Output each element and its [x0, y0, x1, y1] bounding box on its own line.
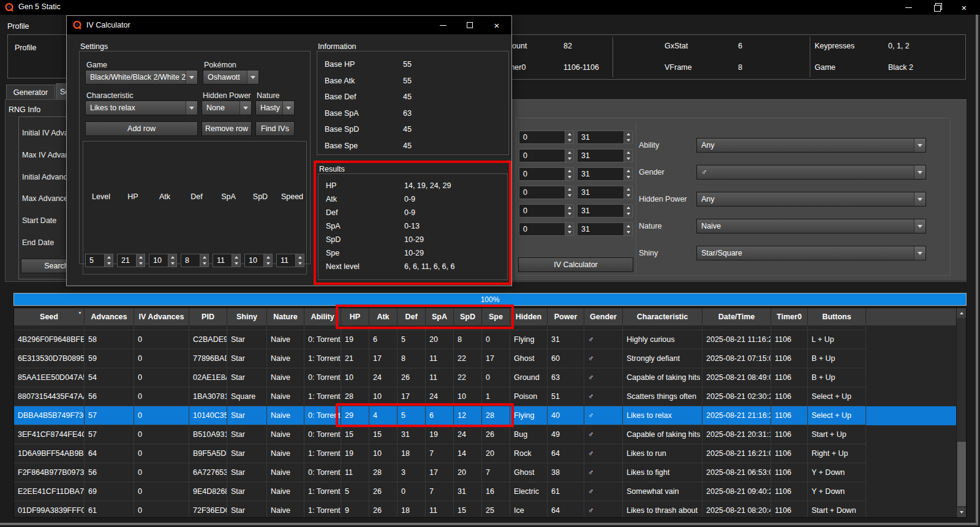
spin-down-icon[interactable]	[168, 260, 176, 267]
spin-up-icon[interactable]	[565, 205, 573, 211]
stat-spinbox[interactable]: 11	[276, 254, 304, 267]
iv-min-spinbox[interactable]: 0	[519, 204, 574, 218]
stat-spinbox[interactable]: 8	[181, 254, 209, 267]
column-header-nature[interactable]: Nature	[267, 308, 304, 325]
column-header-iv-advances[interactable]: IV Advances	[134, 308, 189, 325]
spin-up-icon[interactable]	[624, 131, 632, 137]
stat-spinbox[interactable]: 21	[117, 254, 145, 267]
column-header-pid[interactable]: PID	[189, 308, 227, 325]
table-row[interactable]: 6E313530D7B0895B59077896BADStarNaive1: T…	[14, 349, 966, 368]
spin-up-icon[interactable]	[264, 254, 272, 260]
spin-down-icon[interactable]	[624, 192, 632, 199]
dialog-close-button[interactable]: ×	[483, 16, 510, 34]
table-row[interactable]: DBBA4B5B749F730157010140C35StarNaive0: T…	[14, 406, 966, 425]
column-header-timer0[interactable]: Timer0	[771, 308, 808, 325]
column-header-ability[interactable]: Ability	[304, 308, 341, 325]
iv-min-spinbox[interactable]: 0	[519, 222, 574, 236]
spin-up-icon[interactable]	[105, 254, 113, 260]
spin-down-icon[interactable]	[565, 174, 573, 180]
shiny-dropdown[interactable]: Star/Square	[696, 246, 926, 260]
spin-down-icon[interactable]	[624, 174, 632, 180]
nature-dropdown[interactable]: Hasty	[255, 100, 295, 115]
stat-spinbox[interactable]: 11	[213, 254, 241, 267]
table-row[interactable]: 85AA1EE50D047A5754002AE1E8AStarNaive0: T…	[14, 368, 966, 387]
column-header-atk[interactable]: Atk	[369, 308, 398, 325]
iv-min-spinbox[interactable]: 0	[519, 149, 574, 162]
scrollbar-thumb[interactable]	[957, 442, 966, 506]
spin-up-icon[interactable]	[624, 150, 632, 156]
scroll-down-icon[interactable]	[957, 507, 967, 517]
spin-up-icon[interactable]	[624, 168, 632, 174]
nature-dropdown[interactable]: Naive	[696, 219, 926, 233]
scroll-up-icon[interactable]	[957, 308, 967, 318]
column-header-buttons[interactable]: Buttons	[808, 308, 866, 325]
column-header-power[interactable]: Power	[548, 308, 584, 325]
dialog-maximize-button[interactable]	[456, 16, 483, 34]
column-header-advances[interactable]: Advances	[85, 308, 134, 325]
stat-spinbox[interactable]: 5	[85, 254, 113, 267]
column-header-def[interactable]: Def	[398, 308, 426, 325]
column-header-spa[interactable]: SpA	[426, 308, 454, 325]
table-row[interactable]: 3EF41CF8744FE4C3570B510A931StarNaive0: T…	[14, 425, 966, 444]
column-header-shiny[interactable]: Shiny	[227, 308, 267, 325]
spin-up-icon[interactable]	[624, 205, 632, 211]
spin-down-icon[interactable]	[105, 260, 113, 267]
spin-up-icon[interactable]	[137, 254, 145, 260]
spin-up-icon[interactable]	[565, 186, 573, 192]
add-row-button[interactable]: Add row	[85, 121, 198, 136]
dialog-minimize-button[interactable]	[429, 16, 456, 34]
spin-up-icon[interactable]	[624, 186, 632, 192]
spin-down-icon[interactable]	[624, 156, 632, 162]
spin-up-icon[interactable]	[232, 254, 240, 260]
iv-min-spinbox[interactable]: 0	[519, 131, 574, 144]
spin-down-icon[interactable]	[296, 260, 304, 267]
table-row[interactable]: 4B296F0F9648BFE6580C2BADE9AStarNaive0: T…	[14, 330, 966, 349]
stat-spinbox[interactable]: 10	[149, 254, 177, 267]
column-header-gender[interactable]: Gender	[584, 308, 623, 325]
characteristic-dropdown[interactable]: Likes to relax	[85, 100, 198, 115]
spin-up-icon[interactable]	[200, 254, 208, 260]
column-header-hidden[interactable]: Hidden	[510, 308, 548, 325]
iv-max-spinbox[interactable]: 31	[577, 167, 633, 181]
spin-down-icon[interactable]	[264, 260, 272, 267]
game-dropdown[interactable]: Black/White/Black 2/White 2	[85, 70, 198, 85]
table-row[interactable]: 88073154435F47AA5601BA30781SquareNaive1:…	[14, 387, 966, 406]
vertical-scrollbar[interactable]	[956, 308, 966, 517]
iv-max-spinbox[interactable]: 31	[577, 186, 633, 199]
find-ivs-button[interactable]: Find IVs	[255, 121, 295, 136]
spin-up-icon[interactable]	[296, 254, 304, 260]
spin-down-icon[interactable]	[200, 260, 208, 267]
iv-max-spinbox[interactable]: 31	[577, 204, 633, 218]
iv-max-spinbox[interactable]: 31	[577, 149, 633, 162]
iv-max-spinbox[interactable]: 31	[577, 131, 633, 144]
spin-up-icon[interactable]	[624, 223, 632, 229]
minimize-button[interactable]	[894, 0, 922, 15]
table-row[interactable]: F2F864B977B097335606A727653StarNaive0: T…	[14, 463, 966, 482]
column-header-hp[interactable]: HP	[341, 308, 369, 325]
hidden-power-dropdown[interactable]: None	[202, 100, 252, 115]
results-table-header[interactable]: Seed▼AdvancesIV AdvancesPIDShinyNatureAb…	[14, 308, 966, 325]
spin-up-icon[interactable]	[565, 223, 573, 229]
remove-row-button[interactable]: Remove row	[202, 121, 252, 136]
spin-down-icon[interactable]	[624, 211, 632, 217]
gender-dropdown[interactable]: ♂	[696, 165, 926, 180]
iv-min-spinbox[interactable]: 0	[519, 167, 574, 181]
table-row[interactable]: 01DF99A3839FFF0061072F36ED0StarNaive1: T…	[14, 501, 966, 518]
spin-down-icon[interactable]	[565, 137, 573, 143]
column-header-spe[interactable]: Spe	[482, 308, 510, 325]
spin-up-icon[interactable]	[565, 168, 573, 174]
iv-calculator-button[interactable]: IV Calculator	[518, 257, 633, 272]
hidden-power-dropdown[interactable]: Any	[696, 192, 926, 207]
spin-down-icon[interactable]	[232, 260, 240, 267]
iv-min-spinbox[interactable]: 0	[519, 186, 574, 199]
spin-up-icon[interactable]	[565, 131, 573, 137]
spin-down-icon[interactable]	[624, 137, 632, 143]
column-header-spd[interactable]: SpD	[454, 308, 482, 325]
restore-button[interactable]	[922, 0, 951, 15]
spin-down-icon[interactable]	[565, 192, 573, 199]
spin-up-icon[interactable]	[565, 150, 573, 156]
iv-max-spinbox[interactable]: 31	[577, 222, 633, 236]
column-header-seed[interactable]: Seed▼	[14, 308, 85, 325]
table-row[interactable]: E2EE41CF11DBA7046909E4D8268StarNaive1: T…	[14, 482, 966, 501]
stat-spinbox[interactable]: 10	[244, 254, 273, 267]
